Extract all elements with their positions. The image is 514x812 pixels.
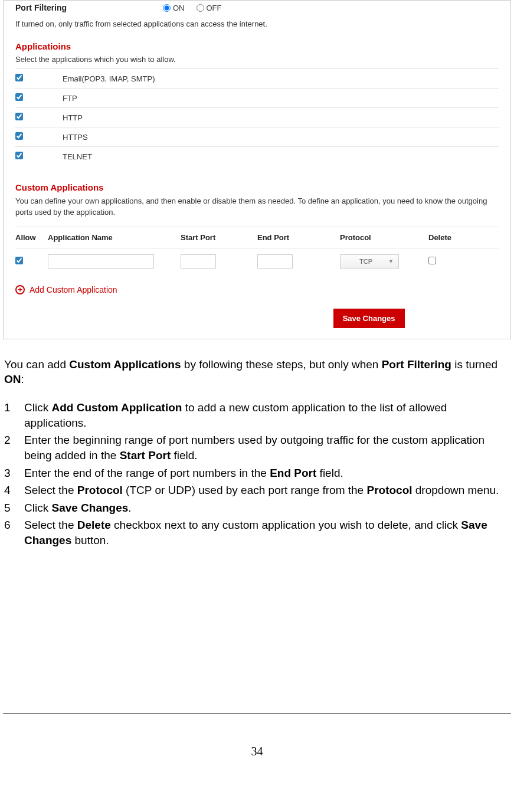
- header-delete: Delete: [428, 233, 476, 242]
- app-row-email: Email(POP3, IMAP, SMTP): [15, 68, 499, 88]
- applications-list: Email(POP3, IMAP, SMTP) FTP HTTP HTTPS T…: [4, 68, 510, 166]
- app-name-email: Email(POP3, IMAP, SMTP): [63, 74, 499, 83]
- port-filtering-off-radio[interactable]: [197, 4, 204, 12]
- header-appname: Application Name: [48, 233, 181, 242]
- port-filtering-description: If turned on, only traffic from selected…: [4, 19, 510, 39]
- app-name-http: HTTP: [63, 113, 499, 122]
- instructions-text: You can add Custom Applications by follo…: [3, 357, 511, 548]
- app-checkbox-telnet[interactable]: [15, 152, 23, 159]
- add-custom-application-button[interactable]: + Add Custom Application: [4, 274, 510, 309]
- header-start-port: Start Port: [181, 233, 257, 242]
- app-row-https: HTTPS: [15, 127, 499, 146]
- save-button-container: Save Changes: [4, 309, 510, 339]
- off-label: OFF: [207, 4, 222, 12]
- app-row-ftp: FTP: [15, 88, 499, 107]
- header-allow: Allow: [15, 233, 48, 242]
- application-name-input[interactable]: [48, 254, 154, 269]
- protocol-value: TCP: [359, 258, 372, 265]
- header-protocol: Protocol: [340, 233, 428, 242]
- plus-icon: +: [15, 285, 25, 294]
- applications-title: Applicatioins: [4, 39, 510, 55]
- step-1: 1 Click Add Custom Application to add a …: [4, 400, 510, 430]
- save-changes-button[interactable]: Save Changes: [333, 309, 405, 328]
- steps-list: 1 Click Add Custom Application to add a …: [4, 400, 510, 548]
- port-filtering-row: Port Filtering ON OFF: [4, 1, 510, 19]
- step-3: 3 Enter the end of the range of port num…: [4, 466, 510, 481]
- app-name-ftp: FTP: [63, 94, 499, 103]
- port-filtering-on-radio[interactable]: [163, 4, 171, 12]
- delete-checkbox[interactable]: [428, 257, 436, 264]
- app-checkbox-ftp[interactable]: [15, 93, 23, 101]
- step-6: 6 Select the Delete checkbox next to any…: [4, 518, 510, 548]
- app-row-http: HTTP: [15, 107, 499, 127]
- app-checkbox-https[interactable]: [15, 132, 23, 140]
- step-5: 5 Click Save Changes.: [4, 500, 510, 516]
- end-port-input[interactable]: [257, 254, 293, 269]
- custom-table-header: Allow Application Name Start Port End Po…: [15, 227, 499, 248]
- port-filtering-label: Port Filtering: [15, 3, 163, 12]
- protocol-select[interactable]: TCP ▼: [340, 254, 399, 269]
- app-row-telnet: TELNET: [15, 146, 499, 166]
- custom-table-row: TCP ▼: [15, 248, 499, 274]
- custom-applications-table: Allow Application Name Start Port End Po…: [4, 227, 510, 274]
- step-4: 4 Select the Protocol (TCP or UDP) used …: [4, 483, 510, 498]
- allow-checkbox[interactable]: [15, 257, 23, 264]
- applications-description: Select the applications which you wish t…: [4, 55, 510, 68]
- step-2: 2 Enter the beginning range of port numb…: [4, 433, 510, 463]
- intro-paragraph: You can add Custom Applications by follo…: [4, 357, 510, 387]
- on-label: ON: [173, 4, 185, 12]
- app-checkbox-http[interactable]: [15, 113, 23, 120]
- settings-panel: Port Filtering ON OFF If turned on, only…: [3, 0, 511, 339]
- app-name-telnet: TELNET: [63, 152, 499, 161]
- custom-applications-description: You can define your own applications, an…: [4, 196, 510, 227]
- chevron-down-icon: ▼: [388, 258, 394, 264]
- footer-divider: [3, 713, 511, 714]
- app-checkbox-email[interactable]: [15, 74, 23, 81]
- port-filtering-radio-group: ON OFF: [163, 4, 230, 12]
- add-custom-label: Add Custom Application: [30, 285, 117, 294]
- port-filtering-on-option[interactable]: ON: [163, 4, 185, 12]
- start-port-input[interactable]: [181, 254, 216, 269]
- app-name-https: HTTPS: [63, 133, 499, 142]
- port-filtering-off-option[interactable]: OFF: [197, 4, 222, 12]
- header-end-port: End Port: [257, 233, 340, 242]
- custom-applications-title: Custom Applications: [4, 180, 510, 196]
- page-number: 34: [3, 745, 511, 758]
